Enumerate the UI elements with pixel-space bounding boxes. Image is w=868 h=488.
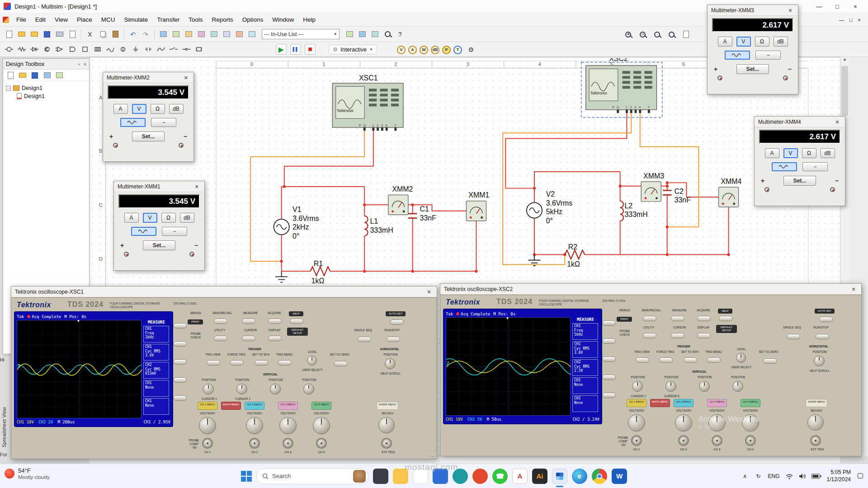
breadboard-icon[interactable]	[369, 28, 381, 40]
database-manager-icon[interactable]	[183, 28, 194, 40]
positive-terminal[interactable]	[717, 75, 722, 80]
ground-symbol[interactable]	[275, 271, 288, 282]
save-design-icon[interactable]	[30, 70, 40, 80]
design-toolbox-header[interactable]: Design Toolbox ▫ ×	[3, 59, 89, 70]
open-file-icon[interactable]	[16, 28, 28, 40]
run-simulation-button[interactable]: ▶	[276, 44, 287, 55]
titlebar[interactable]: Multimeter-XMM3 ×	[708, 5, 798, 16]
softkey-5[interactable]	[602, 393, 616, 398]
autoset-press-button[interactable]	[819, 317, 833, 322]
set-button[interactable]: Set...	[143, 240, 175, 250]
trig-menu-button[interactable]	[707, 357, 721, 363]
set-button[interactable]: Set...	[783, 176, 816, 186]
volt-mode-button[interactable]: V	[783, 148, 798, 158]
set-to-zero-button[interactable]	[334, 361, 348, 366]
component-xmm2[interactable]	[388, 195, 408, 215]
softkey-3[interactable]	[173, 359, 187, 365]
menu-help[interactable]: Help	[298, 14, 320, 25]
cut-icon[interactable]	[84, 28, 96, 40]
zoom-fit-icon[interactable]	[665, 28, 677, 40]
acquire-button[interactable]	[268, 319, 282, 324]
mdi-minimize-icon[interactable]: —	[839, 17, 844, 23]
component-r1[interactable]: R1 1kΩ	[310, 260, 330, 285]
file-explorer-icon[interactable]	[393, 469, 408, 484]
math-menu-button[interactable]: MATH MENU	[650, 399, 670, 407]
softkey-3[interactable]	[602, 357, 616, 362]
component-v2[interactable]: V2 3.6Vrms 5kHz 0°	[527, 190, 573, 225]
softkey-4[interactable]	[602, 375, 616, 380]
menu-reports[interactable]: Reports	[207, 14, 237, 25]
component-l2[interactable]: L2 333mH	[620, 201, 648, 221]
ch1-position-knob[interactable]	[203, 384, 214, 394]
power-probe-icon[interactable]: W	[420, 46, 428, 54]
ch4-menu-button[interactable]: CH 4 MENU	[741, 399, 760, 407]
close-icon[interactable]: ×	[425, 288, 433, 296]
help-button[interactable]: HELP	[289, 311, 303, 316]
component-wizard-icon[interactable]	[195, 28, 207, 40]
cursor-button[interactable]	[671, 333, 684, 338]
component-diode-icon[interactable]	[28, 43, 40, 55]
fullscreen-icon[interactable]	[680, 28, 692, 40]
ext-trig-bnc-connector[interactable]	[810, 435, 821, 446]
softkey-4[interactable]	[173, 377, 187, 383]
help-press-button[interactable]	[290, 319, 303, 324]
ch1-position-knob[interactable]	[632, 381, 643, 392]
ac-mode-button[interactable]	[131, 227, 156, 236]
clock-widget[interactable]: 5:05 PM 1/12/2024	[827, 469, 851, 483]
menu-tools[interactable]: Tools	[184, 14, 208, 25]
trigger-level-knob[interactable]	[307, 356, 317, 366]
measure-button[interactable]	[671, 316, 684, 321]
display-button[interactable]	[697, 333, 711, 338]
dc-mode-button[interactable]: −	[162, 227, 187, 236]
ext-trig-bnc-connector[interactable]	[381, 438, 392, 449]
measurement-probe-icon[interactable]	[344, 28, 355, 40]
ac-mode-button[interactable]	[772, 162, 797, 171]
component-xmm4[interactable]	[719, 187, 739, 207]
positive-terminal[interactable]	[113, 143, 118, 148]
interactive-mode-dropdown[interactable]: ⚙ Interactive ▼	[329, 45, 377, 54]
ch1-bnc-connector[interactable]	[631, 435, 642, 446]
ch4-bnc-connector[interactable]	[316, 438, 327, 449]
component-connectors-icon[interactable]	[180, 43, 192, 55]
menu-simulate[interactable]: Simulate	[120, 14, 153, 25]
mdi-restore-icon[interactable]: □	[849, 17, 853, 23]
horiz-menu-button[interactable]: HORIZ MENU	[806, 399, 827, 407]
open-design-icon[interactable]	[18, 70, 28, 80]
run-stop-button[interactable]	[387, 337, 400, 342]
multisim-taskbar-icon[interactable]	[552, 469, 567, 484]
sync-icon[interactable]: ↻	[755, 473, 763, 479]
ohm-mode-button[interactable]: Ω	[755, 37, 769, 47]
help-button[interactable]: HELP	[718, 309, 732, 314]
ohm-mode-button[interactable]: Ω	[802, 148, 816, 158]
set-to-50-button[interactable]	[684, 357, 697, 363]
ch2-voltsdiv-knob[interactable]	[675, 414, 692, 432]
wire[interactable]	[250, 131, 364, 261]
component-rf-icon[interactable]	[155, 43, 167, 55]
notification-center-icon[interactable]	[856, 473, 864, 480]
horizontal-position-knob[interactable]	[814, 356, 825, 366]
illustrator-icon[interactable]: Ai	[532, 469, 547, 484]
ch3-menu-button[interactable]: CH 3 MENU	[278, 402, 298, 410]
wire[interactable]	[503, 113, 631, 264]
scrollbar-thumb[interactable]	[841, 66, 848, 116]
negative-terminal[interactable]	[189, 252, 194, 257]
component-xmm1[interactable]	[466, 201, 486, 221]
wire[interactable]	[284, 131, 373, 187]
tree-child-design1[interactable]: Design1	[5, 92, 87, 100]
help-press-button[interactable]	[719, 316, 732, 321]
ch1-bnc-connector[interactable]	[202, 438, 213, 449]
force-trig-button[interactable]	[230, 360, 244, 366]
component-cmos-icon[interactable]	[79, 43, 91, 55]
titlebar[interactable]: Multimeter-XMM1 ×	[114, 181, 204, 192]
acquire-button[interactable]	[697, 316, 711, 321]
mdi-close-icon[interactable]: ×	[858, 17, 861, 23]
db-mode-button[interactable]: dB	[821, 148, 835, 158]
close-icon[interactable]: ×	[846, 3, 864, 10]
taskbar-app-icon[interactable]	[453, 469, 468, 484]
set-to-zero-button[interactable]	[763, 358, 777, 364]
menu-place[interactable]: Place	[72, 14, 97, 25]
tab-hierarchy[interactable]: Hi	[0, 357, 8, 362]
hierarchy-icon[interactable]	[42, 70, 52, 80]
redo-icon[interactable]: ↷	[140, 28, 151, 40]
menu-window[interactable]: Window	[268, 14, 298, 25]
